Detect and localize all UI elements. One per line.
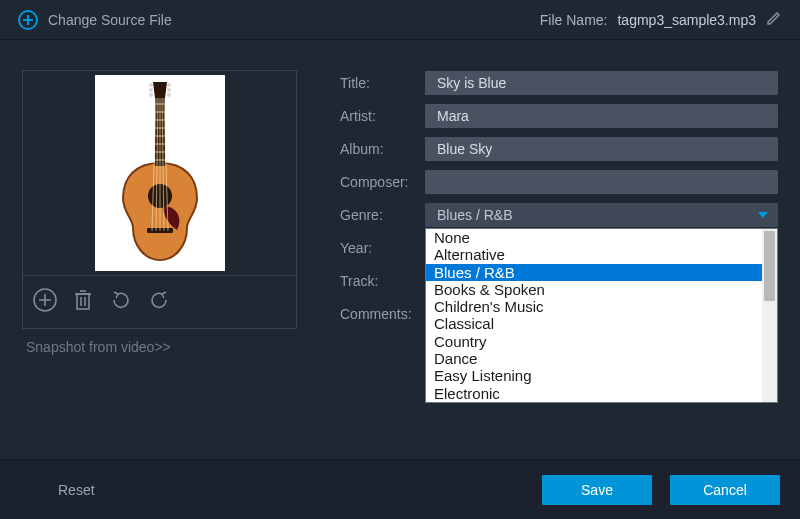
genre-option[interactable]: Alternative [426, 246, 762, 263]
year-label: Year: [340, 240, 425, 256]
footer-buttons: Save Cancel [542, 475, 780, 505]
genre-select[interactable]: Blues / R&B [425, 203, 778, 227]
album-label: Album: [340, 141, 425, 157]
genre-option[interactable]: Electronic [426, 385, 762, 402]
add-artwork-button[interactable] [31, 286, 59, 314]
genre-option[interactable]: Classical [426, 315, 762, 332]
genre-option[interactable]: Books & Spoken [426, 281, 762, 298]
title-input[interactable]: Sky is Blue [425, 71, 778, 95]
chevron-down-icon [758, 212, 768, 218]
filename-value: tagmp3_sample3.mp3 [617, 12, 756, 28]
filename-label: File Name: [540, 12, 608, 28]
cancel-button[interactable]: Cancel [670, 475, 780, 505]
snapshot-from-video-link[interactable]: Snapshot from video>> [22, 339, 307, 355]
title-label: Title: [340, 75, 425, 91]
footer-bar: Reset Save Cancel [0, 459, 800, 519]
save-button[interactable]: Save [542, 475, 652, 505]
scrollbar-thumb[interactable] [764, 231, 775, 301]
composer-row: Composer: [340, 169, 778, 195]
genre-label: Genre: [340, 207, 425, 223]
header-bar: Change Source File File Name: tagmp3_sam… [0, 0, 800, 40]
rotate-left-button[interactable] [107, 286, 135, 314]
metadata-form: Title: Sky is Blue Artist: Mara Album: B… [340, 70, 778, 459]
artist-row: Artist: Mara [340, 103, 778, 129]
dropdown-scrollbar[interactable] [762, 229, 777, 402]
svg-point-11 [149, 83, 153, 87]
rotate-right-button[interactable] [145, 286, 173, 314]
genre-option[interactable]: Country [426, 333, 762, 350]
genre-option[interactable]: None [426, 229, 762, 246]
album-input[interactable]: Blue Sky [425, 137, 778, 161]
artist-label: Artist: [340, 108, 425, 124]
artist-input[interactable]: Mara [425, 104, 778, 128]
svg-point-16 [167, 93, 171, 97]
album-art-image [95, 75, 225, 271]
main-content: Snapshot from video>> Title: Sky is Blue… [0, 40, 800, 459]
artwork-toolbar [22, 276, 297, 329]
genre-option[interactable]: Children's Music [426, 298, 762, 315]
genre-option-list: None Alternative Blues / R&B Books & Spo… [426, 229, 762, 402]
composer-input[interactable] [425, 170, 778, 194]
track-label: Track: [340, 273, 425, 289]
change-source-button[interactable]: Change Source File [18, 10, 172, 30]
svg-point-12 [149, 88, 153, 92]
genre-selected-value: Blues / R&B [437, 207, 512, 223]
plus-circle-icon [18, 10, 38, 30]
genre-dropdown: None Alternative Blues / R&B Books & Spo… [425, 228, 778, 403]
svg-rect-25 [77, 294, 89, 309]
artwork-column: Snapshot from video>> [22, 70, 307, 459]
genre-row: Genre: Blues / R&B None Alternative Blue… [340, 202, 778, 228]
genre-option[interactable]: Easy Listening [426, 367, 762, 384]
svg-point-13 [149, 93, 153, 97]
comments-label: Comments: [340, 306, 425, 322]
reset-button[interactable]: Reset [20, 482, 95, 498]
album-row: Album: Blue Sky [340, 136, 778, 162]
genre-option[interactable]: Dance [426, 350, 762, 367]
edit-filename-icon[interactable] [766, 10, 782, 29]
svg-point-14 [167, 83, 171, 87]
delete-artwork-button[interactable] [69, 286, 97, 314]
title-row: Title: Sky is Blue [340, 70, 778, 96]
change-source-label: Change Source File [48, 12, 172, 28]
genre-option[interactable]: Blues / R&B [426, 264, 762, 281]
svg-point-15 [167, 88, 171, 92]
filename-display: File Name: tagmp3_sample3.mp3 [540, 10, 782, 29]
composer-label: Composer: [340, 174, 425, 190]
album-art-frame[interactable] [22, 70, 297, 276]
